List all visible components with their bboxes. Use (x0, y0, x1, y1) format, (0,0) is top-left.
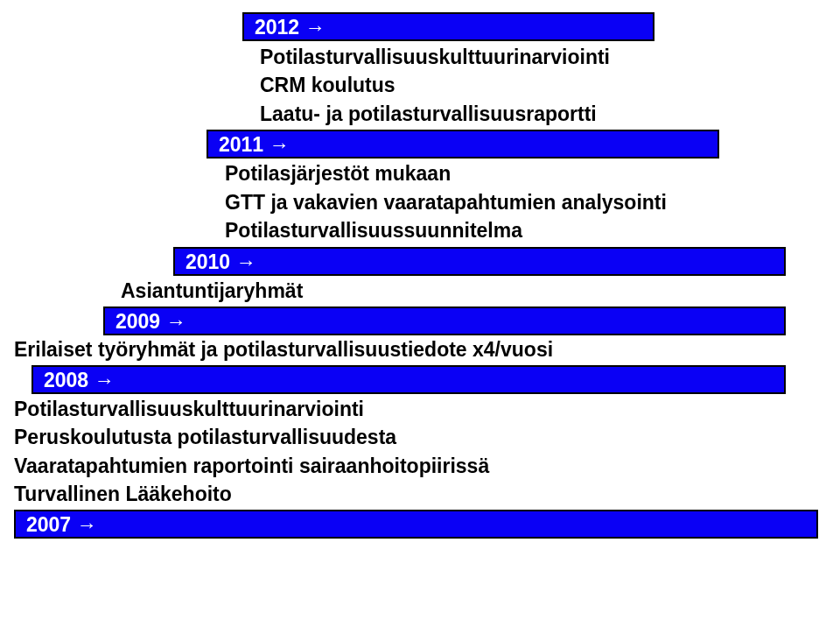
item-2008-kulttuurinarviointi: Potilasturvallisuuskulttuurinarviointi (14, 397, 364, 423)
item-2008-peruskoulutus: Peruskoulutusta potilasturvallisuudesta (14, 425, 396, 451)
item-2009-tyoryhmat-tiedote: Erilaiset työryhmät ja potilasturvallisu… (14, 337, 553, 363)
timeline-diagram: 2012 → Potilasturvallisuuskulttuurinarvi… (0, 0, 840, 620)
item-2008-vaarataph-raportointi: Vaaratapahtumien raportointi sairaanhoit… (14, 454, 489, 480)
item-2008-turvallinen-laakehoito: Turvallinen Lääkehoito (14, 482, 232, 508)
item-2012-laatu-raportti: Laatu- ja potilasturvallisuusraportti (260, 102, 597, 128)
band-2011: 2011 → (206, 130, 719, 159)
item-2011-potilasjarjestot: Potilasjärjestöt mukaan (225, 161, 451, 187)
item-2012-potilasturvallisuuskulttuuri: Potilasturvallisuuskulttuurinarviointi (260, 45, 610, 71)
band-2008: 2008 → (32, 365, 786, 394)
band-2009: 2009 → (103, 306, 786, 335)
band-2010: 2010 → (173, 247, 786, 276)
item-2010-asiantuntijaryhmat: Asiantuntijaryhmät (121, 278, 303, 305)
item-2011-gtt-analysointi: GTT ja vakavien vaaratapahtumien analyso… (225, 190, 667, 216)
band-2007: 2007 → (14, 510, 818, 539)
item-2011-suunnitelma: Potilasturvallisuussuunnitelma (225, 218, 522, 244)
item-2012-crm-koulutus: CRM koulutus (260, 73, 396, 99)
band-2012: 2012 → (242, 12, 654, 41)
